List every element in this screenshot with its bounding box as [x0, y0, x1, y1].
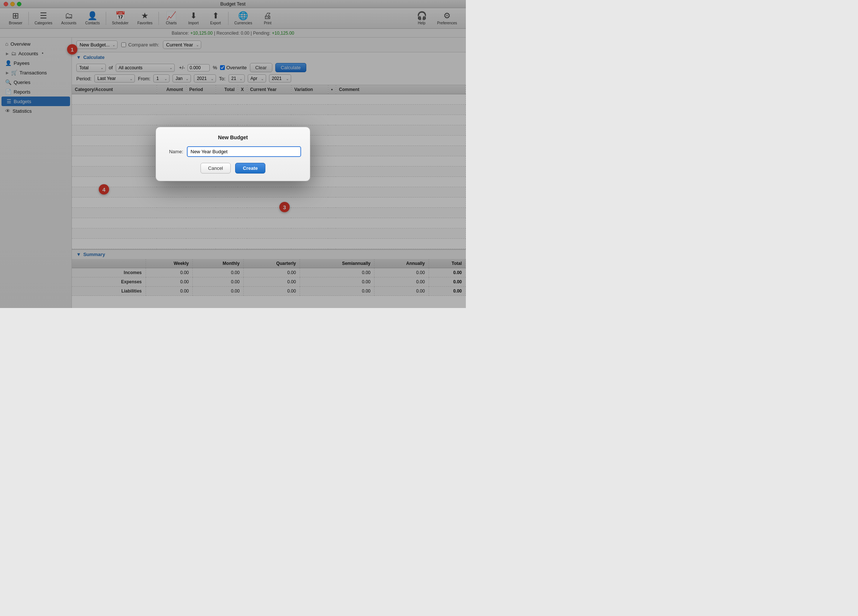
modal-title: New Budget: [165, 135, 301, 140]
modal-create-button[interactable]: Create: [235, 163, 265, 174]
modal-overlay: New Budget Name: Cancel Create: [0, 0, 466, 308]
modal-name-row: Name:: [165, 146, 301, 157]
modal-name-input[interactable]: [187, 146, 301, 157]
new-budget-modal: New Budget Name: Cancel Create: [155, 127, 310, 181]
modal-cancel-button[interactable]: Cancel: [201, 163, 231, 174]
modal-buttons: Cancel Create: [165, 163, 301, 174]
modal-name-label: Name:: [165, 149, 183, 154]
